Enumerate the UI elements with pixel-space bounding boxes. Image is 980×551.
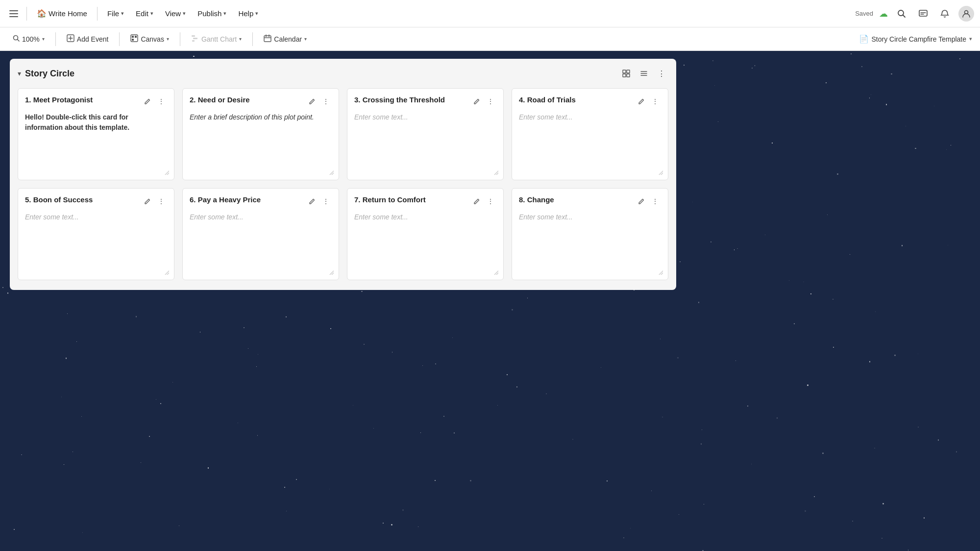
card-5-resize-handle[interactable]	[162, 268, 170, 276]
svg-line-45	[661, 273, 663, 275]
panel-title-row: ▾ Story Circle	[18, 69, 74, 79]
svg-line-39	[167, 273, 169, 275]
svg-rect-2	[9, 16, 18, 17]
zoom-group: 100% ▾	[8, 32, 49, 46]
write-home-label: Write Home	[49, 9, 87, 18]
card-8-icons: ⋮	[636, 195, 661, 207]
card-6-edit-button[interactable]	[306, 195, 318, 207]
calendar-button[interactable]: Calendar ▾	[259, 32, 312, 46]
gantt-chevron-icon: ▾	[239, 36, 242, 42]
help-chevron-icon: ▾	[255, 10, 258, 17]
card-8-title: 8. Change	[519, 195, 636, 204]
card-3[interactable]: 3. Crossing the Threshold ⋮ Enter some t…	[347, 88, 504, 180]
user-avatar[interactable]	[958, 6, 974, 22]
card-1-edit-button[interactable]	[142, 96, 153, 107]
card-8-body: Enter some text...	[519, 212, 661, 273]
panel-collapse-icon[interactable]: ▾	[18, 70, 21, 77]
toolbar-divider-4	[252, 32, 253, 46]
card-6-icons: ⋮	[306, 195, 332, 207]
card-5-body: Enter some text...	[25, 212, 167, 273]
card-8-resize-handle[interactable]	[656, 268, 664, 276]
svg-rect-18	[192, 40, 195, 42]
card-4[interactable]: 4. Road of Trials ⋮ Enter some text...	[512, 88, 668, 180]
gantt-button[interactable]: Gantt Chart ▾	[186, 32, 246, 46]
card-5-header: 5. Boon of Success ⋮	[25, 195, 167, 207]
svg-line-44	[659, 271, 663, 275]
card-4-more-button[interactable]: ⋮	[649, 96, 661, 107]
card-1-more-button[interactable]: ⋮	[155, 96, 167, 107]
card-4-header: 4. Road of Trials ⋮	[519, 96, 661, 107]
card-7[interactable]: 7. Return to Comfort ⋮ Enter some text..…	[347, 188, 504, 280]
card-5[interactable]: 5. Boon of Success ⋮ Enter some text...	[18, 188, 174, 280]
card-2[interactable]: 2. Need or Desire ⋮ Enter a brief descri…	[182, 88, 339, 180]
card-1-title: 1. Meet Protagonist	[25, 96, 142, 104]
nav-file[interactable]: File ▾	[102, 6, 129, 21]
card-7-edit-button[interactable]	[471, 195, 483, 207]
search-toolbar-button[interactable]: 100% ▾	[8, 32, 49, 46]
svg-line-36	[659, 171, 663, 175]
card-2-edit-button[interactable]	[306, 96, 318, 107]
notifications-button[interactable]	[937, 6, 953, 22]
svg-line-31	[167, 173, 169, 175]
file-label: File	[107, 9, 119, 18]
nav-write-home[interactable]: 🏠 Write Home	[32, 6, 92, 21]
card-8-edit-button[interactable]	[636, 195, 647, 207]
card-3-edit-button[interactable]	[471, 96, 483, 107]
svg-line-8	[18, 40, 20, 42]
nav-help[interactable]: Help ▾	[233, 6, 263, 21]
card-6-more-button[interactable]: ⋮	[320, 195, 332, 207]
calendar-label: Calendar	[274, 35, 302, 43]
card-4-edit-button[interactable]	[636, 96, 647, 107]
panel-more-button[interactable]: ⋮	[655, 67, 668, 80]
messages-button[interactable]	[915, 6, 931, 22]
edit-chevron-icon: ▾	[150, 10, 153, 17]
card-8[interactable]: 8. Change ⋮ Enter some text...	[512, 188, 668, 280]
panel-expand-button[interactable]	[619, 67, 633, 80]
toolbar-divider-2	[119, 32, 120, 46]
card-3-header: 3. Crossing the Threshold ⋮	[354, 96, 496, 107]
svg-line-38	[165, 271, 169, 275]
nav-collapse-button[interactable]	[6, 6, 22, 22]
card-5-edit-button[interactable]	[142, 195, 153, 207]
svg-rect-1	[9, 13, 18, 14]
card-2-more-button[interactable]: ⋮	[320, 96, 332, 107]
card-1-resize-handle[interactable]	[162, 168, 170, 176]
card-7-resize-handle[interactable]	[491, 268, 499, 276]
nav-view[interactable]: View ▾	[160, 6, 191, 21]
card-2-icons: ⋮	[306, 96, 332, 107]
publish-chevron-icon: ▾	[223, 10, 226, 17]
panel-title: Story Circle	[25, 69, 74, 79]
svg-rect-0	[9, 10, 18, 11]
card-3-more-button[interactable]: ⋮	[485, 96, 496, 107]
card-8-more-button[interactable]: ⋮	[649, 195, 661, 207]
svg-line-37	[661, 173, 663, 175]
svg-line-40	[330, 271, 334, 275]
canvas-button[interactable]: Canvas ▾	[125, 32, 173, 46]
card-2-header: 2. Need or Desire ⋮	[190, 96, 332, 107]
canvas-container: ▾ Story Circle	[10, 59, 980, 551]
canvas-icon	[130, 34, 138, 44]
doc-icon: 📄	[859, 34, 869, 44]
card-5-title: 5. Boon of Success	[25, 195, 142, 204]
card-6[interactable]: 6. Pay a Heavy Price ⋮ Enter some text..…	[182, 188, 339, 280]
svg-rect-26	[627, 74, 630, 77]
panel-list-view-button[interactable]	[637, 67, 651, 80]
calendar-chevron-icon: ▾	[304, 36, 307, 42]
card-3-resize-handle[interactable]	[491, 168, 499, 176]
nav-publish[interactable]: Publish ▾	[193, 6, 231, 21]
add-event-button[interactable]: Add Event	[62, 32, 114, 46]
card-6-resize-handle[interactable]	[327, 268, 335, 276]
search-button[interactable]	[894, 6, 909, 22]
panel-header: ▾ Story Circle	[18, 67, 668, 80]
card-5-more-button[interactable]: ⋮	[155, 195, 167, 207]
card-2-resize-handle[interactable]	[327, 168, 335, 176]
nav-edit[interactable]: Edit ▾	[131, 6, 158, 21]
svg-rect-25	[623, 74, 626, 77]
home-icon: 🏠	[37, 9, 47, 18]
card-1-header: 1. Meet Protagonist ⋮	[25, 96, 167, 107]
card-4-resize-handle[interactable]	[656, 168, 664, 176]
edit-label: Edit	[136, 9, 148, 18]
card-1[interactable]: 1. Meet Protagonist ⋮ Hello! Double-clic…	[18, 88, 174, 180]
card-4-icons: ⋮	[636, 96, 661, 107]
card-7-more-button[interactable]: ⋮	[485, 195, 496, 207]
